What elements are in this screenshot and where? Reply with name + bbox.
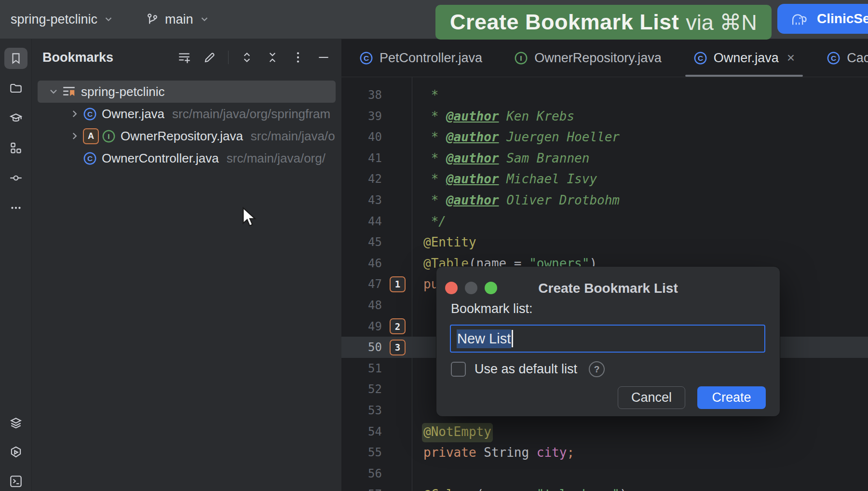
chevron-down-icon[interactable] bbox=[45, 86, 62, 97]
bookmark-list-name-input[interactable]: New List bbox=[450, 325, 765, 353]
line-number[interactable]: 54 bbox=[341, 425, 382, 438]
mnemonic-a-badge: A bbox=[83, 128, 99, 144]
bookmark-mnemonic-badge[interactable]: 2 bbox=[390, 318, 406, 334]
line-number[interactable]: 45 bbox=[341, 235, 382, 249]
line-number[interactable]: 55 bbox=[341, 446, 382, 459]
tool-button-structure[interactable] bbox=[4, 137, 27, 159]
use-as-default-checkbox[interactable] bbox=[451, 362, 466, 377]
line-number[interactable]: 56 bbox=[341, 467, 382, 480]
code-text: * @author Ken Krebs bbox=[423, 109, 574, 123]
collapse-all-icon bbox=[265, 50, 280, 65]
code-token: * bbox=[423, 172, 446, 186]
line-number[interactable]: 52 bbox=[341, 382, 382, 396]
code-token: * bbox=[423, 193, 446, 207]
line-number[interactable]: 51 bbox=[341, 362, 382, 375]
terminal-icon bbox=[9, 474, 23, 489]
line-number[interactable]: 50 bbox=[341, 341, 382, 354]
chevron-right-icon[interactable] bbox=[67, 108, 83, 120]
code-token: @author bbox=[446, 130, 499, 144]
line-number[interactable]: 57 bbox=[341, 488, 382, 491]
tool-button-bookmarks[interactable] bbox=[4, 48, 27, 69]
interface-icon: I bbox=[102, 129, 116, 143]
code-text: private String city; bbox=[423, 445, 574, 460]
bookmark-mnemonic-badge[interactable]: 1 bbox=[390, 276, 406, 292]
structure-icon bbox=[9, 141, 23, 155]
gradle-elephant-icon bbox=[790, 11, 809, 27]
code-token: @author bbox=[446, 172, 499, 186]
line-number[interactable]: 39 bbox=[341, 109, 382, 123]
use-as-default-label: Use as default list bbox=[475, 362, 577, 377]
expand-all-button[interactable] bbox=[240, 50, 254, 65]
tab-label: OwnerRepository.java bbox=[534, 51, 662, 66]
code-token: * bbox=[423, 109, 446, 123]
tool-button-more[interactable] bbox=[4, 197, 27, 218]
code-line-42: 42 * @author Michael Isvy bbox=[341, 168, 868, 190]
line-number[interactable]: 49 bbox=[341, 320, 382, 333]
bookmark-item-label: spring-petclinic bbox=[81, 84, 164, 99]
bookmark-tree-item[interactable]: AIOwnerRepository.javasrc/main/java/o bbox=[38, 125, 336, 147]
default-list-row: Use as default list ? bbox=[451, 361, 605, 377]
code-token: @author bbox=[446, 151, 499, 165]
tool-button-learn[interactable] bbox=[4, 108, 27, 129]
tab-label: Cac bbox=[847, 51, 868, 66]
bookmark-tree-item[interactable]: COwnerController.javasrc/main/java/org/ bbox=[38, 147, 336, 169]
folder-icon bbox=[9, 81, 23, 95]
project-selector[interactable]: spring-petclinic bbox=[11, 12, 114, 27]
toolbar-divider bbox=[228, 51, 229, 64]
edit-button[interactable] bbox=[203, 50, 217, 65]
line-number[interactable]: 42 bbox=[341, 172, 382, 186]
create-bookmark-list-hint-banner: Create Bookmark List via ⌘N bbox=[435, 5, 772, 40]
line-number[interactable]: 41 bbox=[341, 151, 382, 165]
code-text: @Entity bbox=[423, 235, 476, 249]
code-token: Oliver Drotbohm bbox=[499, 193, 620, 207]
line-number[interactable]: 43 bbox=[341, 193, 382, 207]
tool-window-stripe bbox=[0, 39, 32, 491]
tool-button-commit[interactable] bbox=[4, 167, 27, 189]
edit-icon bbox=[203, 50, 217, 65]
create-button[interactable]: Create bbox=[697, 386, 766, 409]
editor-tab-Cac[interactable]: CCac bbox=[811, 39, 868, 77]
code-token: @Column bbox=[423, 487, 476, 491]
gutter-badge-slot: 3 bbox=[382, 340, 420, 355]
line-number[interactable]: 46 bbox=[341, 257, 382, 270]
bookmark-tree-item[interactable]: spring-petclinic bbox=[38, 81, 336, 103]
line-number[interactable]: 38 bbox=[341, 88, 382, 102]
code-text: @Column(name = "telephone") bbox=[423, 487, 627, 491]
help-icon[interactable]: ? bbox=[589, 361, 605, 377]
line-number[interactable]: 48 bbox=[341, 299, 382, 312]
bookmark-mnemonic-badge[interactable]: 3 bbox=[390, 340, 406, 355]
hide-button[interactable] bbox=[316, 50, 331, 65]
run-configuration-button[interactable]: ClinicServ bbox=[777, 4, 868, 34]
bookmarks-header: Bookmarks bbox=[32, 44, 341, 71]
line-number[interactable]: 44 bbox=[341, 215, 382, 228]
code-token: ; bbox=[567, 445, 574, 460]
code-token: @Entity bbox=[423, 235, 476, 249]
line-number[interactable]: 40 bbox=[341, 130, 382, 144]
tool-button-folder[interactable] bbox=[4, 78, 27, 99]
code-token: (name = bbox=[476, 487, 537, 491]
add-list-icon bbox=[177, 50, 191, 65]
line-number[interactable]: 53 bbox=[341, 404, 382, 417]
bookmarks-tree: spring-petclinicCOwner.javasrc/main/java… bbox=[32, 81, 341, 169]
line-number[interactable]: 47 bbox=[341, 277, 382, 291]
editor-tab-Owner-java[interactable]: COwner.java× bbox=[678, 39, 811, 77]
bookmark-item-path: src/main/java/o bbox=[251, 129, 335, 144]
close-tab-icon[interactable]: × bbox=[787, 50, 795, 66]
code-token: @author bbox=[446, 193, 499, 207]
editor-area: CPetController.javaIOwnerRepository.java… bbox=[341, 39, 868, 491]
code-line-45: 45@Entity bbox=[341, 232, 868, 253]
cancel-button[interactable]: Cancel bbox=[618, 386, 685, 409]
vcs-branch-selector[interactable]: main bbox=[146, 12, 210, 27]
more-vertical-button[interactable] bbox=[291, 50, 305, 65]
editor-tab-PetController-java[interactable]: CPetController.java bbox=[343, 39, 498, 77]
code-line-41: 41 * @author Sam Brannen bbox=[341, 148, 868, 169]
tool-button-terminal[interactable] bbox=[4, 471, 27, 491]
tool-button-services[interactable] bbox=[4, 413, 27, 434]
bookmark-tree-item[interactable]: COwner.javasrc/main/java/org/springfram bbox=[38, 103, 336, 125]
editor-tab-OwnerRepository-java[interactable]: IOwnerRepository.java bbox=[498, 39, 678, 77]
tool-button-run[interactable] bbox=[4, 442, 27, 463]
collapse-all-button[interactable] bbox=[265, 50, 280, 65]
chevron-right-icon[interactable] bbox=[67, 130, 83, 142]
add-list-button[interactable] bbox=[177, 50, 191, 65]
bookmark-item-path: src/main/java/org/springfram bbox=[172, 107, 330, 122]
